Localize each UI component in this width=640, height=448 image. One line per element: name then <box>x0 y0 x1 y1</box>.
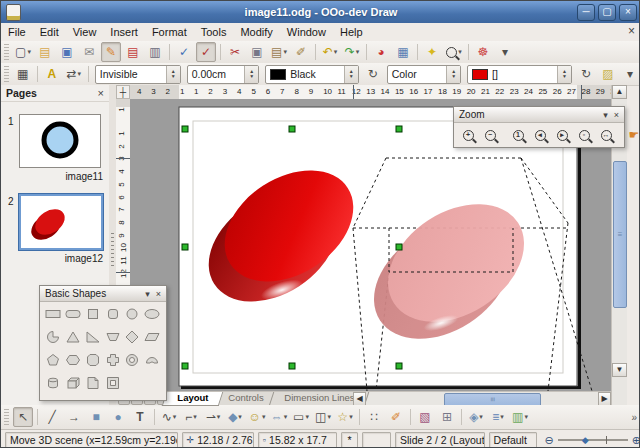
undo-icon[interactable]: ↶▾ <box>320 42 340 62</box>
rectangle-shape-icon[interactable] <box>44 305 63 327</box>
fill-color-select[interactable]: [] ▲▼ <box>467 65 572 84</box>
gluepoints-icon[interactable]: ✐ <box>386 407 406 427</box>
zoom-in-icon[interactable]: ⊕ <box>632 434 640 447</box>
document-as-email-icon[interactable]: ✉ <box>79 42 99 62</box>
frame-shape-icon[interactable] <box>104 374 123 396</box>
scroll-down-icon[interactable]: ▼ <box>612 363 627 377</box>
spreadsheet-icon[interactable]: ▦ <box>393 42 413 62</box>
copy-icon[interactable]: ▣ <box>247 42 267 62</box>
toolbar-menu-icon[interactable]: ▾ <box>603 110 608 120</box>
menu-view[interactable]: View <box>66 25 104 39</box>
edit-file-icon[interactable]: ✎ <box>101 42 121 62</box>
basic-shapes-icon[interactable]: ◆▾ <box>225 407 245 427</box>
menu-edit[interactable]: Edit <box>33 25 66 39</box>
zoom-icon[interactable]: ▾ <box>444 42 464 62</box>
object-zoom-icon[interactable]: ☛ <box>624 125 640 145</box>
rotate-lf-icon[interactable]: ↻ <box>576 64 596 84</box>
close-document-icon[interactable]: × <box>628 24 635 38</box>
vertical-scroll-thumb[interactable] <box>613 161 627 308</box>
rounded-square-shape-icon[interactable] <box>104 305 123 327</box>
select-icon[interactable]: ↖ <box>13 407 33 427</box>
menu-file[interactable]: File <box>1 25 33 39</box>
zoom-slider-track[interactable]: ◆ <box>558 439 628 441</box>
slide-indicator[interactable]: Slide 2 / 2 (Layout) <box>395 432 485 448</box>
cut-icon[interactable]: ✂ <box>225 42 245 62</box>
open-icon[interactable]: ▤ <box>35 42 55 62</box>
page-thumbnail[interactable] <box>19 194 103 250</box>
insert-picture-icon[interactable]: ▧ <box>415 407 435 427</box>
menu-help[interactable]: Help <box>333 25 370 39</box>
format-paintbrush-icon[interactable]: ✐ <box>291 42 311 62</box>
ring-shape-icon[interactable] <box>123 351 142 373</box>
rotate-icon[interactable]: ◈▾ <box>466 407 486 427</box>
spinner-icon[interactable]: ▲▼ <box>166 66 180 83</box>
print-icon[interactable]: ▥ <box>145 42 165 62</box>
toolbar-close-icon[interactable]: × <box>614 110 619 120</box>
arrange-icon[interactable]: ▥▾ <box>510 407 530 427</box>
page-item-image12[interactable]: 2 image12 <box>1 194 109 264</box>
toolbar-grip[interactable] <box>4 409 9 425</box>
folded-corner-shape-icon[interactable] <box>84 374 103 396</box>
zoom-in-icon[interactable]: + <box>458 125 478 145</box>
cylinder-shape-icon[interactable] <box>44 374 63 396</box>
menu-format[interactable]: Format <box>145 25 194 39</box>
zoom-out-icon[interactable]: − <box>480 125 500 145</box>
zoom-slider[interactable]: ⊖ ◆ ⊕ <box>545 434 640 447</box>
zoom-out-icon[interactable]: ⊖ <box>545 434 554 447</box>
circle-pie-shape-icon[interactable] <box>44 328 63 350</box>
stars-icon[interactable]: ☆▾ <box>335 407 355 427</box>
menu-window[interactable]: Window <box>280 25 333 39</box>
toolbar-overflow-icon[interactable]: » <box>631 412 637 423</box>
page-item-image11[interactable]: 1 image11 <box>1 114 109 182</box>
maximize-button[interactable]: ▢ <box>598 4 616 21</box>
scroll-left-icon[interactable]: ◀ <box>353 392 366 406</box>
styles-icon[interactable]: ▦ <box>13 64 33 84</box>
rounded-rectangle-shape-icon[interactable] <box>64 305 83 327</box>
toolbar-menu-icon[interactable]: ▾ <box>145 289 150 299</box>
square-shape-icon[interactable] <box>84 305 103 327</box>
line-width-input[interactable]: 0.00cm ▲▼ <box>187 65 260 84</box>
spinner-icon[interactable]: ▲▼ <box>344 66 358 83</box>
page-style-field[interactable]: Default <box>489 432 537 448</box>
toolbar-grip[interactable] <box>4 66 9 82</box>
diamond-shape-icon[interactable] <box>123 328 142 350</box>
callouts-icon[interactable]: ◫▾ <box>313 407 333 427</box>
title-bar[interactable]: image11.odg - OOo-dev Draw ─ ▢ × <box>1 1 640 23</box>
help-icon[interactable]: ☸ <box>473 42 493 62</box>
zoom-page-width-icon[interactable]: ↔ <box>596 125 616 145</box>
scroll-up-icon[interactable]: ▲ <box>612 85 627 99</box>
connector-icon[interactable]: ⌐▾ <box>181 407 201 427</box>
spinner-icon[interactable]: ▲▼ <box>244 66 258 83</box>
zoom-page-icon[interactable]: ▫ <box>574 125 594 145</box>
line-color-select[interactable]: Black ▲▼ <box>265 65 358 84</box>
fontwork-icon[interactable]: A <box>42 64 62 84</box>
lines-arrows-icon[interactable]: ⇀▾ <box>203 407 223 427</box>
paste-icon[interactable]: ▤▾ <box>269 42 289 62</box>
line-style-select[interactable]: Invisible ▲▼ <box>95 65 181 84</box>
toolbar-close-icon[interactable]: × <box>156 289 161 299</box>
new-document-icon[interactable]: ▢▾ <box>13 42 33 62</box>
redo-icon[interactable]: ↷▾ <box>342 42 362 62</box>
arrow-icon[interactable]: → <box>64 407 84 427</box>
spellcheck-icon[interactable]: ✓ <box>174 42 194 62</box>
shadow-icon[interactable]: ▨ <box>598 64 618 84</box>
toolbar-grip[interactable] <box>4 44 9 60</box>
cube-shape-icon[interactable] <box>64 374 83 396</box>
menu-tools[interactable]: Tools <box>194 25 234 39</box>
horizontal-ruler[interactable]: 4321123456789101112131415161718192021222… <box>130 85 611 100</box>
arrow-style-icon[interactable]: ⇄▾ <box>64 64 84 84</box>
symbol-shapes-icon[interactable]: ☺▾ <box>247 407 267 427</box>
spinner-icon[interactable]: ▲▼ <box>557 66 571 83</box>
menu-modify[interactable]: Modify <box>233 25 279 39</box>
curve-icon[interactable]: ∿▾ <box>159 407 179 427</box>
zoom-100-icon[interactable]: 1 <box>508 125 528 145</box>
line-icon[interactable]: ╱ <box>42 407 62 427</box>
page-thumbnail[interactable] <box>19 114 101 168</box>
parallelogram-shape-icon[interactable] <box>143 328 162 350</box>
text-icon[interactable]: T <box>130 407 150 427</box>
ellipse-icon[interactable]: ● <box>108 407 128 427</box>
ruler-origin[interactable]: ┼ <box>116 85 130 99</box>
minimize-button[interactable]: ─ <box>577 4 595 21</box>
horizontal-scrollbar[interactable]: ◀ ▶ <box>353 392 611 406</box>
close-button[interactable]: × <box>619 4 637 21</box>
